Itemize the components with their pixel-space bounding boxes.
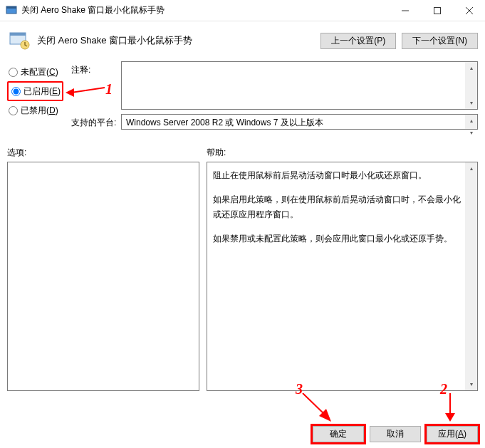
help-label: 帮助: bbox=[207, 147, 226, 159]
radio-not-configured-input[interactable] bbox=[9, 68, 18, 77]
scrollbar-vertical[interactable]: ▴▾ bbox=[465, 62, 477, 109]
scrollbar-vertical[interactable]: ▴▾ bbox=[465, 162, 477, 390]
comment-textarea[interactable]: ▴▾ bbox=[121, 61, 478, 110]
radio-enabled-input[interactable] bbox=[11, 87, 21, 96]
svg-rect-1 bbox=[6, 6, 16, 9]
svg-marker-12 bbox=[445, 413, 455, 422]
options-label: 选项: bbox=[7, 147, 207, 159]
prev-setting-button[interactable]: 上一个设置(P) bbox=[320, 33, 396, 49]
minimize-button[interactable] bbox=[389, 0, 421, 21]
close-button[interactable] bbox=[453, 0, 485, 21]
radio-disabled-label: 已禁用(D) bbox=[21, 105, 58, 117]
cancel-button[interactable]: 取消 bbox=[370, 426, 421, 442]
config-area: 未配置(C) 已启用(E) 已禁用(D) 注释: ▴▾ 支持的平台: Windo… bbox=[0, 57, 485, 134]
comment-label: 注释: bbox=[71, 61, 121, 110]
state-radio-group: 未配置(C) 已启用(E) 已禁用(D) bbox=[7, 61, 71, 134]
radio-enabled[interactable]: 已启用(E) bbox=[10, 83, 61, 99]
annotation-arrow-2 bbox=[443, 393, 457, 422]
next-setting-button[interactable]: 下一个设置(N) bbox=[402, 33, 478, 49]
platforms-label: 支持的平台: bbox=[71, 114, 121, 130]
footer-buttons: 确定 取消 应用(A) bbox=[313, 426, 478, 442]
maximize-button[interactable] bbox=[421, 0, 453, 21]
help-paragraph: 阻止在使用鼠标前后晃动活动窗口时最小化或还原窗口。 bbox=[213, 168, 461, 182]
ok-button[interactable]: 确定 bbox=[313, 426, 364, 442]
lower-panes: 阻止在使用鼠标前后晃动活动窗口时最小化或还原窗口。 如果启用此策略，则在使用鼠标… bbox=[0, 162, 485, 391]
svg-rect-3 bbox=[434, 7, 440, 14]
help-paragraph: 如果禁用或未配置此策略，则会应用此窗口最小化或还原手势。 bbox=[213, 231, 461, 246]
svg-marker-14 bbox=[319, 409, 331, 422]
svg-line-13 bbox=[303, 393, 326, 416]
svg-rect-7 bbox=[10, 33, 26, 36]
titlebar: 关闭 Aero Shake 窗口最小化鼠标手势 bbox=[0, 0, 485, 21]
window-title: 关闭 Aero Shake 窗口最小化鼠标手势 bbox=[21, 4, 389, 16]
apply-button[interactable]: 应用(A) bbox=[427, 426, 478, 442]
options-box bbox=[7, 162, 199, 391]
scrollbar-vertical[interactable]: ▴▾ bbox=[465, 115, 477, 129]
platforms-text: Windows Server 2008 R2 或 Windows 7 及以上版本 bbox=[126, 118, 323, 127]
radio-not-configured-label: 未配置(C) bbox=[21, 66, 58, 78]
help-box: 阻止在使用鼠标前后晃动活动窗口时最小化或还原窗口。 如果启用此策略，则在使用鼠标… bbox=[207, 162, 478, 391]
policy-title: 关闭 Aero Shake 窗口最小化鼠标手势 bbox=[37, 34, 315, 47]
mid-labels: 选项: 帮助: bbox=[0, 134, 485, 162]
app-icon bbox=[6, 5, 17, 16]
radio-disabled-input[interactable] bbox=[9, 106, 18, 115]
help-paragraph: 如果启用此策略，则在使用鼠标前后晃动活动窗口时，不会最小化或还原应用程序窗口。 bbox=[213, 192, 461, 222]
policy-icon bbox=[7, 28, 31, 53]
radio-enabled-label: 已启用(E) bbox=[24, 85, 61, 98]
annotation-arrow-3 bbox=[299, 393, 335, 424]
header: 关闭 Aero Shake 窗口最小化鼠标手势 上一个设置(P) 下一个设置(N… bbox=[0, 21, 485, 57]
radio-disabled[interactable]: 已禁用(D) bbox=[7, 103, 71, 118]
radio-not-configured[interactable]: 未配置(C) bbox=[7, 64, 71, 80]
platforms-box: Windows Server 2008 R2 或 Windows 7 及以上版本… bbox=[121, 114, 478, 130]
